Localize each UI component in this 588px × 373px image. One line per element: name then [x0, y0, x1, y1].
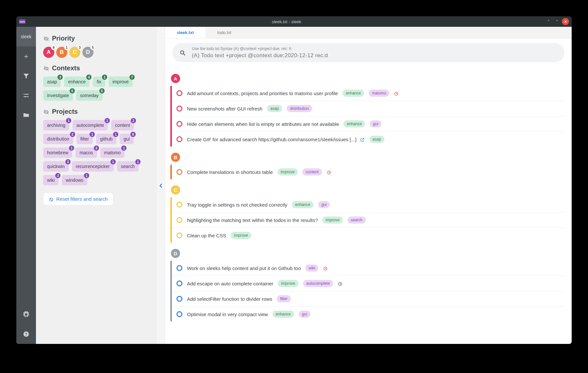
- todo-item[interactable]: Work on sleeks help content and put it o…: [172, 261, 564, 276]
- filter-button[interactable]: [16, 66, 36, 86]
- todo-item[interactable]: Complete translations in shortcuts table…: [172, 164, 564, 179]
- todo-checkbox[interactable]: [176, 90, 182, 96]
- project-filter-macos[interactable]: macos3: [76, 147, 97, 158]
- context-pill[interactable]: asap: [369, 136, 384, 143]
- context-filter-fix[interactable]: fix1: [93, 76, 105, 87]
- count-badge: 2: [70, 132, 75, 137]
- todo-group-A: Add amount of contexts, projects and pri…: [170, 86, 564, 147]
- todo-item[interactable]: Hide certain elements when list is empty…: [172, 116, 564, 132]
- count-badge: 2: [55, 173, 60, 178]
- context-pill[interactable]: improve: [277, 168, 298, 176]
- ban-icon: [49, 196, 54, 202]
- context-pill[interactable]: enhance: [273, 311, 294, 318]
- project-filter-github[interactable]: github1: [96, 134, 116, 144]
- todo-item[interactable]: Add amount of contexts, projects and pri…: [172, 86, 564, 101]
- todo-checkbox[interactable]: [176, 311, 182, 317]
- todo-checkbox[interactable]: [176, 217, 182, 223]
- project-pill[interactable]: autocomplete: [303, 280, 333, 287]
- context-filter-improve[interactable]: improve7: [109, 76, 133, 87]
- tab-todo-txt[interactable]: todo.txt: [206, 27, 243, 38]
- todo-checkbox[interactable]: [176, 121, 182, 127]
- todo-item[interactable]: highlighting the matching text within th…: [172, 212, 564, 228]
- todo-item[interactable]: Clean up the CSSimprove: [172, 228, 564, 243]
- project-filter-wiki[interactable]: wiki2: [43, 175, 59, 185]
- priority-chip-D[interactable]: D5: [82, 47, 93, 58]
- todo-item[interactable]: Create GIF for advanced search https://g…: [172, 132, 564, 147]
- files-button[interactable]: [16, 105, 36, 125]
- add-todo-button[interactable]: ＋: [16, 46, 36, 66]
- context-pill[interactable]: improve: [231, 232, 251, 239]
- project-filter-recurrencepicker[interactable]: recurrencepicker1: [72, 161, 114, 172]
- context-filter-someday[interactable]: someday5: [76, 90, 103, 101]
- group-header-D: D: [171, 249, 180, 258]
- project-filter-search[interactable]: search1: [117, 161, 139, 172]
- todo-item[interactable]: Optimise modal in very compact viewenhan…: [172, 307, 564, 322]
- project-filter-archiving[interactable]: archiving1: [43, 120, 69, 130]
- context-pill[interactable]: enhance: [343, 90, 364, 97]
- project-pill[interactable]: gui: [318, 201, 330, 208]
- todo-checkbox[interactable]: [176, 265, 182, 271]
- project-pill[interactable]: gui: [370, 120, 381, 127]
- context-filter-asap[interactable]: asap3: [43, 76, 61, 87]
- context-filter-enhance[interactable]: enhance4: [64, 76, 90, 87]
- project-pill[interactable]: filter: [277, 295, 291, 302]
- search-input[interactable]: [192, 51, 557, 59]
- folder-icon: [23, 111, 30, 119]
- context-filter-investigate[interactable]: investigate5: [43, 90, 73, 101]
- external-link-icon[interactable]: [360, 136, 365, 142]
- todo-list: AAdd amount of contexts, projects and pr…: [165, 65, 572, 344]
- project-filter-autocomplete[interactable]: autocomplete1: [73, 120, 108, 130]
- project-filter-quickwin[interactable]: quickwin3: [43, 161, 69, 172]
- collapse-sidebar-button[interactable]: [158, 182, 164, 189]
- project-pill[interactable]: gui: [299, 311, 311, 318]
- project-filter-gui[interactable]: gui8: [120, 134, 134, 144]
- priority-chip-B[interactable]: B1: [56, 47, 67, 58]
- eye-off-icon[interactable]: [43, 35, 49, 42]
- project-pill[interactable]: wiki: [305, 264, 318, 272]
- priority-count-badge: 4: [51, 45, 56, 50]
- eye-off-icon[interactable]: [43, 108, 49, 115]
- project-filter-distribution[interactable]: distribution2: [43, 134, 73, 144]
- todo-item[interactable]: Add escape on auto complete containerimp…: [172, 276, 564, 291]
- priority-chip-A[interactable]: A4: [43, 47, 54, 58]
- chevron-left-icon: [158, 182, 164, 189]
- todo-item[interactable]: Tray toggle in settings is not checked c…: [172, 197, 564, 212]
- context-pill[interactable]: asap: [267, 105, 282, 112]
- project-filter-content[interactable]: content2: [111, 120, 134, 130]
- project-pill[interactable]: distribution: [287, 105, 312, 112]
- reset-filters-button[interactable]: Reset filters and search: [43, 193, 113, 206]
- help-button[interactable]: ?: [16, 324, 36, 344]
- tab-sleek-txt[interactable]: sleek.txt: [165, 27, 206, 38]
- priority-chip-C[interactable]: C3: [69, 47, 80, 58]
- todo-item[interactable]: New screenshots after GUI refreshasapdis…: [172, 101, 564, 116]
- todo-checkbox[interactable]: [176, 136, 182, 142]
- settings-button[interactable]: [16, 305, 36, 324]
- minimize-button[interactable]: ˅: [545, 18, 552, 25]
- todo-checkbox[interactable]: [176, 232, 182, 238]
- context-pill[interactable]: improve: [322, 216, 343, 224]
- context-pill[interactable]: improve: [278, 280, 298, 287]
- todo-checkbox[interactable]: [176, 280, 182, 286]
- svg-point-0: [26, 94, 28, 95]
- project-filter-windows[interactable]: windows1: [62, 175, 87, 185]
- todo-checkbox[interactable]: [176, 202, 182, 208]
- todo-checkbox[interactable]: [176, 169, 182, 175]
- svg-line-8: [50, 198, 53, 201]
- project-filter-filter[interactable]: filter1: [76, 134, 93, 144]
- todo-checkbox[interactable]: [176, 106, 182, 111]
- project-pill[interactable]: search: [347, 216, 366, 224]
- todo-checkbox[interactable]: [176, 296, 182, 302]
- context-pill[interactable]: enhance: [344, 120, 365, 127]
- todo-item[interactable]: Add selectFilter function to divider row…: [172, 291, 564, 307]
- close-button[interactable]: ✕: [562, 18, 569, 25]
- maximize-button[interactable]: ˄: [553, 18, 561, 25]
- project-pill[interactable]: content: [302, 168, 322, 176]
- eye-off-icon[interactable]: [43, 65, 49, 72]
- project-pill[interactable]: matomo: [369, 90, 389, 97]
- context-pill[interactable]: enhance: [292, 201, 313, 208]
- todo-text: Add selectFilter function to divider row…: [187, 296, 272, 302]
- view-settings-button[interactable]: [16, 86, 36, 105]
- brand-label: sleek: [16, 27, 36, 46]
- project-filter-homebrew[interactable]: homebrew1: [43, 147, 72, 158]
- project-filter-matomo[interactable]: matomo1: [100, 147, 125, 158]
